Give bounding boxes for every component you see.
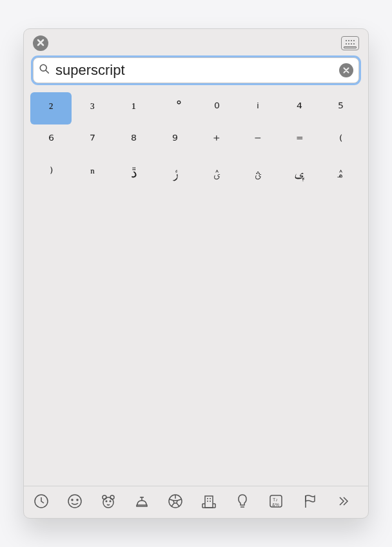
svg-point-8 xyxy=(106,501,107,502)
svg-point-0 xyxy=(40,65,46,71)
svg-rect-11 xyxy=(205,496,213,508)
char-superscript-eight[interactable]: ⁸ xyxy=(113,124,155,157)
char-superscript-equals[interactable]: ⁼ xyxy=(279,124,320,157)
char-arabic-dal-superscript[interactable]: ڐ xyxy=(113,157,155,189)
char-superscript-five[interactable]: ⁵ xyxy=(320,92,362,124)
category-symbols[interactable]: T♪&% xyxy=(265,492,287,513)
category-more[interactable] xyxy=(332,492,354,513)
char-arabic-sukun[interactable]: ْ xyxy=(155,92,196,124)
svg-text:&%: &% xyxy=(272,502,279,507)
results-grid: ²³¹ْ⁰ⁱ⁴⁵⁶⁷⁸⁹⁺⁻⁼⁽⁾ⁿڐݬؽؿݷۿ xyxy=(30,92,362,189)
char-superscript-zero[interactable]: ⁰ xyxy=(196,92,237,124)
category-activity[interactable] xyxy=(164,492,186,513)
svg-point-9 xyxy=(110,501,111,502)
smiley-icon xyxy=(66,492,84,513)
char-arabic-yeh-superscript-2[interactable]: ؿ xyxy=(237,157,279,189)
svg-text:T♪: T♪ xyxy=(273,497,278,502)
char-arabic-heh-superscript[interactable]: ۿ xyxy=(320,157,362,189)
category-animals-nature[interactable] xyxy=(97,492,119,513)
search-icon xyxy=(39,63,50,77)
category-footer: T♪&% xyxy=(24,486,368,518)
char-superscript-plus[interactable]: ⁺ xyxy=(196,124,237,157)
svg-point-2 xyxy=(68,495,81,508)
symbols-icon: T♪&% xyxy=(267,492,285,513)
building-icon xyxy=(200,492,218,513)
category-flags[interactable] xyxy=(299,492,320,513)
clear-search-button[interactable] xyxy=(339,63,353,77)
category-objects[interactable] xyxy=(231,492,253,513)
svg-point-7 xyxy=(103,497,113,508)
char-superscript-one[interactable]: ¹ xyxy=(113,92,155,124)
header xyxy=(24,29,368,57)
char-superscript-left-paren[interactable]: ⁽ xyxy=(320,124,362,157)
char-arabic-reh-superscript[interactable]: ݬ xyxy=(155,157,196,189)
svg-point-4 xyxy=(77,499,78,501)
char-superscript-seven[interactable]: ⁷ xyxy=(72,124,113,157)
svg-point-3 xyxy=(72,499,73,501)
flag-icon xyxy=(300,492,318,513)
keyboard-icon xyxy=(344,40,357,48)
char-superscript-n[interactable]: ⁿ xyxy=(72,157,113,189)
results-area: ²³¹ْ⁰ⁱ⁴⁵⁶⁷⁸⁹⁺⁻⁼⁽⁾ⁿڐݬؽؿݷۿ xyxy=(24,90,368,486)
clock-icon xyxy=(32,492,50,513)
char-superscript-minus[interactable]: ⁻ xyxy=(237,124,279,157)
char-superscript-four[interactable]: ⁴ xyxy=(279,92,320,124)
category-food-drink[interactable] xyxy=(131,492,153,513)
soccer-icon xyxy=(166,492,184,513)
category-frequently-used[interactable] xyxy=(30,492,52,513)
category-travel-places[interactable] xyxy=(198,492,220,513)
char-superscript-i[interactable]: ⁱ xyxy=(237,92,279,124)
character-viewer-toggle[interactable] xyxy=(341,36,359,50)
category-smileys-people[interactable] xyxy=(64,492,86,513)
clear-icon xyxy=(343,65,349,76)
character-viewer-panel: ²³¹ْ⁰ⁱ⁴⁵⁶⁷⁸⁹⁺⁻⁼⁽⁾ⁿڐݬؽؿݷۿ T♪&% xyxy=(23,28,369,519)
food-icon xyxy=(133,492,151,513)
char-superscript-six[interactable]: ⁶ xyxy=(30,124,72,157)
close-icon xyxy=(37,37,44,49)
search-input[interactable] xyxy=(50,62,339,79)
char-superscript-three[interactable]: ³ xyxy=(72,92,113,124)
search-container xyxy=(24,57,368,90)
char-arabic-yeh-superscript-3[interactable]: ݷ xyxy=(279,157,320,189)
chevrons-icon xyxy=(334,492,352,513)
search-box xyxy=(33,57,359,83)
char-superscript-nine[interactable]: ⁹ xyxy=(155,124,196,157)
char-arabic-yeh-superscript-1[interactable]: ؽ xyxy=(196,157,237,189)
bear-icon xyxy=(99,492,117,513)
close-button[interactable] xyxy=(33,35,48,51)
bulb-icon xyxy=(233,492,251,513)
char-superscript-two[interactable]: ² xyxy=(30,92,72,124)
char-superscript-right-paren[interactable]: ⁾ xyxy=(30,157,72,189)
